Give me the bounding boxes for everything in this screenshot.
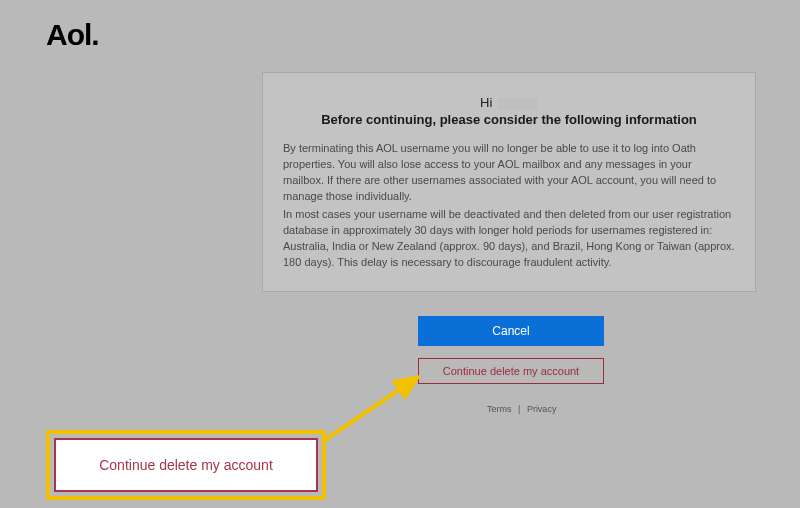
terminate-account-dialog: Hi Before continuing, please consider th… <box>262 72 756 292</box>
dialog-paragraph-1: By terminating this AOL username you wil… <box>283 141 735 205</box>
greeting-line: Hi <box>283 95 735 110</box>
dialog-paragraph-2: In most cases your username will be deac… <box>283 207 735 271</box>
dialog-body: By terminating this AOL username you wil… <box>283 141 735 271</box>
cancel-button[interactable]: Cancel <box>418 316 604 346</box>
svg-line-0 <box>322 377 418 442</box>
footer-links: Terms | Privacy <box>485 404 558 414</box>
continue-delete-button[interactable]: Continue delete my account <box>418 358 604 384</box>
dialog-headline: Before continuing, please consider the f… <box>283 112 735 127</box>
aol-logo: Aol. <box>46 18 99 52</box>
terms-link[interactable]: Terms <box>487 404 512 414</box>
callout-continue-delete: Continue delete my account <box>54 438 318 492</box>
username-redacted <box>498 98 538 110</box>
greeting-prefix: Hi <box>480 95 492 110</box>
footer-separator: | <box>518 404 520 414</box>
privacy-link[interactable]: Privacy <box>527 404 557 414</box>
